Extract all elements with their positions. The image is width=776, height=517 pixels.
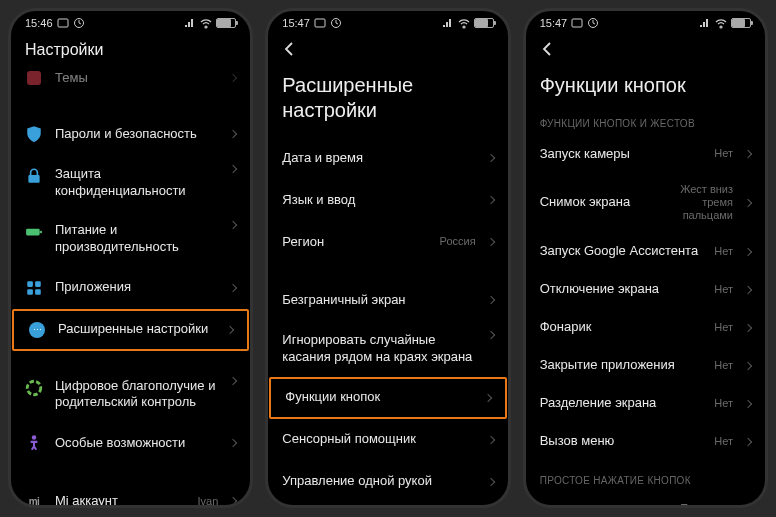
status-bar: 15:47 bbox=[526, 11, 765, 35]
svg-rect-4 bbox=[40, 231, 42, 233]
lock-icon bbox=[25, 167, 43, 185]
svg-rect-2 bbox=[28, 175, 39, 183]
row-button-functions[interactable]: Функции кнопок bbox=[269, 377, 506, 419]
settings-list[interactable]: Темы Пароли и безопасность Защита конфид… bbox=[11, 69, 250, 505]
row-split-screen[interactable]: Разделение экрана Нет bbox=[526, 385, 765, 423]
row-value: Жест вниз тремя пальцами bbox=[653, 183, 733, 223]
row-label: Функции кнопок bbox=[285, 389, 472, 406]
wifi-icon bbox=[715, 17, 727, 29]
storage-icon bbox=[57, 17, 69, 29]
row-label: Запуск Google Ассистента bbox=[540, 243, 703, 260]
chevron-icon bbox=[744, 285, 752, 293]
row-camera[interactable]: Запуск камеры Нет bbox=[526, 135, 765, 173]
header: Настройки bbox=[11, 35, 250, 69]
row-battery[interactable]: Питание и производительность bbox=[11, 211, 250, 267]
chevron-icon bbox=[486, 196, 494, 204]
row-label: Темы bbox=[55, 70, 218, 87]
row-one-hand[interactable]: Управление одной рукой bbox=[268, 461, 507, 503]
row-label: Отключение экрана bbox=[540, 281, 703, 298]
row-special[interactable]: Спец. возможности bbox=[268, 503, 507, 505]
row-menu-button[interactable]: Кнопка "Меню" Показать недавние приложен… bbox=[526, 492, 765, 505]
dots-icon: ⋯ bbox=[29, 322, 45, 338]
row-value: Нет bbox=[714, 397, 733, 410]
status-bar: 15:46 bbox=[11, 11, 250, 35]
back-icon[interactable] bbox=[282, 41, 298, 57]
row-label: Закрытие приложения bbox=[540, 357, 703, 374]
signal-icon bbox=[699, 17, 711, 29]
status-bar: 15:47 bbox=[268, 11, 507, 35]
row-label: Разделение экрана bbox=[540, 395, 703, 412]
chevron-icon bbox=[486, 478, 494, 486]
header bbox=[526, 35, 765, 67]
row-security[interactable]: Пароли и безопасность bbox=[11, 113, 250, 155]
row-close-app[interactable]: Закрытие приложения Нет bbox=[526, 347, 765, 385]
row-value: Нет bbox=[714, 245, 733, 258]
chevron-icon bbox=[744, 199, 752, 207]
row-datetime[interactable]: Дата и время bbox=[268, 137, 507, 179]
chevron-icon bbox=[229, 165, 237, 173]
chevron-icon bbox=[744, 247, 752, 255]
row-privacy[interactable]: Защита конфиденциальности bbox=[11, 155, 250, 211]
row-mi-account[interactable]: mi Mi аккаунт Ivan bbox=[11, 480, 250, 505]
svg-point-9 bbox=[27, 381, 41, 395]
phone-button-functions: 15:47 Функции кнопок ФУНКЦИИ КНОПОК И ЖЕ… bbox=[523, 8, 768, 508]
button-functions-list[interactable]: ФУНКЦИИ КНОПОК И ЖЕСТОВ Запуск камеры Не… bbox=[526, 104, 765, 505]
row-menu-call[interactable]: Вызов меню Нет bbox=[526, 423, 765, 461]
apps-icon bbox=[25, 279, 43, 297]
section-single-press: ПРОСТОЕ НАЖАТИЕ КНОПОК bbox=[526, 461, 765, 492]
section-gestures: ФУНКЦИИ КНОПОК И ЖЕСТОВ bbox=[526, 104, 765, 135]
chevron-icon bbox=[744, 323, 752, 331]
row-label: Цифровое благополучие и родительский кон… bbox=[55, 378, 218, 412]
storage-icon bbox=[571, 17, 583, 29]
row-accessibility[interactable]: Особые возможности bbox=[11, 422, 250, 464]
row-flashlight[interactable]: Фонарик Нет bbox=[526, 309, 765, 347]
row-label: Особые возможности bbox=[55, 435, 218, 452]
row-language[interactable]: Язык и ввод bbox=[268, 179, 507, 221]
row-label: Игнорировать случайные касания рядом на … bbox=[282, 332, 475, 366]
clock-icon bbox=[73, 17, 85, 29]
chevron-icon bbox=[486, 238, 494, 246]
row-value: Нет bbox=[714, 283, 733, 296]
row-label: Снимок экрана bbox=[540, 194, 641, 211]
row-value: Нет bbox=[714, 321, 733, 334]
chevron-icon bbox=[226, 325, 234, 333]
row-value: Россия bbox=[440, 235, 476, 248]
row-label: Питание и производительность bbox=[55, 222, 218, 256]
row-assistant[interactable]: Запуск Google Ассистента Нет bbox=[526, 233, 765, 271]
chevron-icon bbox=[229, 439, 237, 447]
advanced-list[interactable]: Дата и время Язык и ввод Регион Россия Б… bbox=[268, 137, 507, 505]
row-fullscreen[interactable]: Безграничный экран bbox=[268, 279, 507, 321]
themes-icon bbox=[27, 71, 41, 85]
clock-icon bbox=[330, 17, 342, 29]
row-label: Дата и время bbox=[282, 150, 475, 167]
wellbeing-icon bbox=[25, 379, 43, 397]
chevron-icon bbox=[744, 361, 752, 369]
back-icon[interactable] bbox=[540, 41, 556, 57]
header bbox=[268, 35, 507, 67]
svg-rect-8 bbox=[35, 289, 41, 295]
row-label: Расширенные настройки bbox=[58, 321, 215, 338]
row-screen-off[interactable]: Отключение экрана Нет bbox=[526, 271, 765, 309]
svg-rect-7 bbox=[27, 289, 33, 295]
row-region[interactable]: Регион Россия bbox=[268, 221, 507, 263]
battery-icon bbox=[216, 18, 236, 28]
row-wellbeing[interactable]: Цифровое благополучие и родительский кон… bbox=[11, 367, 250, 423]
row-edge-touch[interactable]: Игнорировать случайные касания рядом на … bbox=[268, 321, 507, 377]
signal-icon bbox=[442, 17, 454, 29]
chevron-icon bbox=[486, 436, 494, 444]
chevron-icon bbox=[486, 296, 494, 304]
svg-rect-6 bbox=[35, 281, 41, 287]
wifi-icon bbox=[200, 17, 212, 29]
svg-rect-5 bbox=[27, 281, 33, 287]
wifi-icon bbox=[458, 17, 470, 29]
chevron-icon bbox=[486, 331, 494, 339]
row-touch-assistant[interactable]: Сенсорный помощник bbox=[268, 419, 507, 461]
row-advanced[interactable]: ⋯ Расширенные настройки bbox=[12, 309, 249, 351]
row-themes[interactable]: Темы bbox=[11, 69, 250, 97]
shield-icon bbox=[25, 125, 43, 143]
row-label: Запуск камеры bbox=[540, 146, 703, 163]
row-label: Фонарик bbox=[540, 319, 703, 336]
row-apps[interactable]: Приложения bbox=[11, 267, 250, 309]
row-value: Нет bbox=[714, 359, 733, 372]
row-screenshot[interactable]: Снимок экрана Жест вниз тремя пальцами bbox=[526, 173, 765, 233]
